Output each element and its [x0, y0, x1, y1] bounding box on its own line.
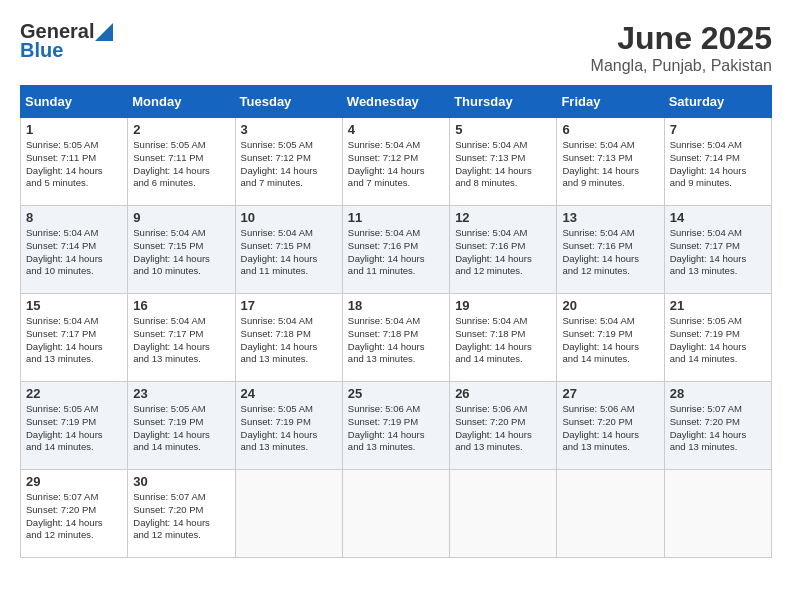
- logo: General Blue: [20, 20, 113, 62]
- calendar-cell: [235, 470, 342, 558]
- day-number: 14: [670, 210, 766, 225]
- calendar-cell: [664, 470, 771, 558]
- cell-info: Sunrise: 5:04 AMSunset: 7:16 PMDaylight:…: [348, 227, 444, 278]
- cell-info: Sunrise: 5:04 AMSunset: 7:13 PMDaylight:…: [562, 139, 658, 190]
- cell-info: Sunrise: 5:04 AMSunset: 7:19 PMDaylight:…: [562, 315, 658, 366]
- day-number: 21: [670, 298, 766, 313]
- day-number: 28: [670, 386, 766, 401]
- calendar-cell: 6Sunrise: 5:04 AMSunset: 7:13 PMDaylight…: [557, 118, 664, 206]
- cell-info: Sunrise: 5:05 AMSunset: 7:19 PMDaylight:…: [26, 403, 122, 454]
- calendar-row-3: 22Sunrise: 5:05 AMSunset: 7:19 PMDayligh…: [21, 382, 772, 470]
- cell-info: Sunrise: 5:04 AMSunset: 7:18 PMDaylight:…: [455, 315, 551, 366]
- title-area: June 2025 Mangla, Punjab, Pakistan: [591, 20, 772, 75]
- day-number: 15: [26, 298, 122, 313]
- calendar-cell: 15Sunrise: 5:04 AMSunset: 7:17 PMDayligh…: [21, 294, 128, 382]
- day-number: 12: [455, 210, 551, 225]
- cell-info: Sunrise: 5:05 AMSunset: 7:19 PMDaylight:…: [670, 315, 766, 366]
- calendar-cell: 24Sunrise: 5:05 AMSunset: 7:19 PMDayligh…: [235, 382, 342, 470]
- day-number: 25: [348, 386, 444, 401]
- cell-info: Sunrise: 5:07 AMSunset: 7:20 PMDaylight:…: [670, 403, 766, 454]
- calendar-cell: 20Sunrise: 5:04 AMSunset: 7:19 PMDayligh…: [557, 294, 664, 382]
- day-number: 11: [348, 210, 444, 225]
- calendar-cell: 7Sunrise: 5:04 AMSunset: 7:14 PMDaylight…: [664, 118, 771, 206]
- calendar-cell: 25Sunrise: 5:06 AMSunset: 7:19 PMDayligh…: [342, 382, 449, 470]
- cell-info: Sunrise: 5:04 AMSunset: 7:17 PMDaylight:…: [26, 315, 122, 366]
- calendar-cell: 8Sunrise: 5:04 AMSunset: 7:14 PMDaylight…: [21, 206, 128, 294]
- cell-info: Sunrise: 5:05 AMSunset: 7:11 PMDaylight:…: [26, 139, 122, 190]
- day-number: 7: [670, 122, 766, 137]
- col-header-tuesday: Tuesday: [235, 86, 342, 118]
- calendar-table: SundayMondayTuesdayWednesdayThursdayFrid…: [20, 85, 772, 558]
- calendar-cell: 9Sunrise: 5:04 AMSunset: 7:15 PMDaylight…: [128, 206, 235, 294]
- day-number: 30: [133, 474, 229, 489]
- cell-info: Sunrise: 5:06 AMSunset: 7:19 PMDaylight:…: [348, 403, 444, 454]
- day-number: 26: [455, 386, 551, 401]
- calendar-cell: 14Sunrise: 5:04 AMSunset: 7:17 PMDayligh…: [664, 206, 771, 294]
- col-header-sunday: Sunday: [21, 86, 128, 118]
- cell-info: Sunrise: 5:04 AMSunset: 7:17 PMDaylight:…: [670, 227, 766, 278]
- calendar-cell: [557, 470, 664, 558]
- day-number: 22: [26, 386, 122, 401]
- cell-info: Sunrise: 5:05 AMSunset: 7:19 PMDaylight:…: [133, 403, 229, 454]
- cell-info: Sunrise: 5:04 AMSunset: 7:14 PMDaylight:…: [26, 227, 122, 278]
- calendar-row-4: 29Sunrise: 5:07 AMSunset: 7:20 PMDayligh…: [21, 470, 772, 558]
- cell-info: Sunrise: 5:05 AMSunset: 7:12 PMDaylight:…: [241, 139, 337, 190]
- day-number: 19: [455, 298, 551, 313]
- calendar-cell: 23Sunrise: 5:05 AMSunset: 7:19 PMDayligh…: [128, 382, 235, 470]
- calendar-cell: [450, 470, 557, 558]
- day-number: 24: [241, 386, 337, 401]
- cell-info: Sunrise: 5:06 AMSunset: 7:20 PMDaylight:…: [455, 403, 551, 454]
- calendar-title: June 2025: [591, 20, 772, 57]
- calendar-row-0: 1Sunrise: 5:05 AMSunset: 7:11 PMDaylight…: [21, 118, 772, 206]
- day-number: 20: [562, 298, 658, 313]
- day-number: 4: [348, 122, 444, 137]
- calendar-cell: [342, 470, 449, 558]
- cell-info: Sunrise: 5:04 AMSunset: 7:18 PMDaylight:…: [348, 315, 444, 366]
- col-header-monday: Monday: [128, 86, 235, 118]
- col-header-thursday: Thursday: [450, 86, 557, 118]
- day-number: 10: [241, 210, 337, 225]
- calendar-cell: 18Sunrise: 5:04 AMSunset: 7:18 PMDayligh…: [342, 294, 449, 382]
- calendar-cell: 2Sunrise: 5:05 AMSunset: 7:11 PMDaylight…: [128, 118, 235, 206]
- col-header-friday: Friday: [557, 86, 664, 118]
- calendar-row-1: 8Sunrise: 5:04 AMSunset: 7:14 PMDaylight…: [21, 206, 772, 294]
- col-header-wednesday: Wednesday: [342, 86, 449, 118]
- cell-info: Sunrise: 5:04 AMSunset: 7:15 PMDaylight:…: [133, 227, 229, 278]
- cell-info: Sunrise: 5:04 AMSunset: 7:16 PMDaylight:…: [562, 227, 658, 278]
- calendar-cell: 30Sunrise: 5:07 AMSunset: 7:20 PMDayligh…: [128, 470, 235, 558]
- day-number: 3: [241, 122, 337, 137]
- cell-info: Sunrise: 5:07 AMSunset: 7:20 PMDaylight:…: [133, 491, 229, 542]
- calendar-body: 1Sunrise: 5:05 AMSunset: 7:11 PMDaylight…: [21, 118, 772, 558]
- calendar-cell: 11Sunrise: 5:04 AMSunset: 7:16 PMDayligh…: [342, 206, 449, 294]
- calendar-header-row: SundayMondayTuesdayWednesdayThursdayFrid…: [21, 86, 772, 118]
- day-number: 29: [26, 474, 122, 489]
- cell-info: Sunrise: 5:04 AMSunset: 7:18 PMDaylight:…: [241, 315, 337, 366]
- day-number: 5: [455, 122, 551, 137]
- calendar-cell: 13Sunrise: 5:04 AMSunset: 7:16 PMDayligh…: [557, 206, 664, 294]
- calendar-cell: 5Sunrise: 5:04 AMSunset: 7:13 PMDaylight…: [450, 118, 557, 206]
- day-number: 1: [26, 122, 122, 137]
- calendar-cell: 3Sunrise: 5:05 AMSunset: 7:12 PMDaylight…: [235, 118, 342, 206]
- day-number: 18: [348, 298, 444, 313]
- day-number: 27: [562, 386, 658, 401]
- logo-blue-text: Blue: [20, 39, 63, 62]
- cell-info: Sunrise: 5:04 AMSunset: 7:14 PMDaylight:…: [670, 139, 766, 190]
- calendar-cell: 10Sunrise: 5:04 AMSunset: 7:15 PMDayligh…: [235, 206, 342, 294]
- cell-info: Sunrise: 5:05 AMSunset: 7:19 PMDaylight:…: [241, 403, 337, 454]
- calendar-cell: 22Sunrise: 5:05 AMSunset: 7:19 PMDayligh…: [21, 382, 128, 470]
- calendar-subtitle: Mangla, Punjab, Pakistan: [591, 57, 772, 75]
- day-number: 9: [133, 210, 229, 225]
- calendar-cell: 21Sunrise: 5:05 AMSunset: 7:19 PMDayligh…: [664, 294, 771, 382]
- cell-info: Sunrise: 5:04 AMSunset: 7:16 PMDaylight:…: [455, 227, 551, 278]
- calendar-cell: 19Sunrise: 5:04 AMSunset: 7:18 PMDayligh…: [450, 294, 557, 382]
- day-number: 23: [133, 386, 229, 401]
- calendar-cell: 1Sunrise: 5:05 AMSunset: 7:11 PMDaylight…: [21, 118, 128, 206]
- calendar-cell: 4Sunrise: 5:04 AMSunset: 7:12 PMDaylight…: [342, 118, 449, 206]
- cell-info: Sunrise: 5:04 AMSunset: 7:15 PMDaylight:…: [241, 227, 337, 278]
- cell-info: Sunrise: 5:04 AMSunset: 7:12 PMDaylight:…: [348, 139, 444, 190]
- calendar-cell: 16Sunrise: 5:04 AMSunset: 7:17 PMDayligh…: [128, 294, 235, 382]
- calendar-cell: 17Sunrise: 5:04 AMSunset: 7:18 PMDayligh…: [235, 294, 342, 382]
- calendar-cell: 28Sunrise: 5:07 AMSunset: 7:20 PMDayligh…: [664, 382, 771, 470]
- day-number: 13: [562, 210, 658, 225]
- calendar-cell: 12Sunrise: 5:04 AMSunset: 7:16 PMDayligh…: [450, 206, 557, 294]
